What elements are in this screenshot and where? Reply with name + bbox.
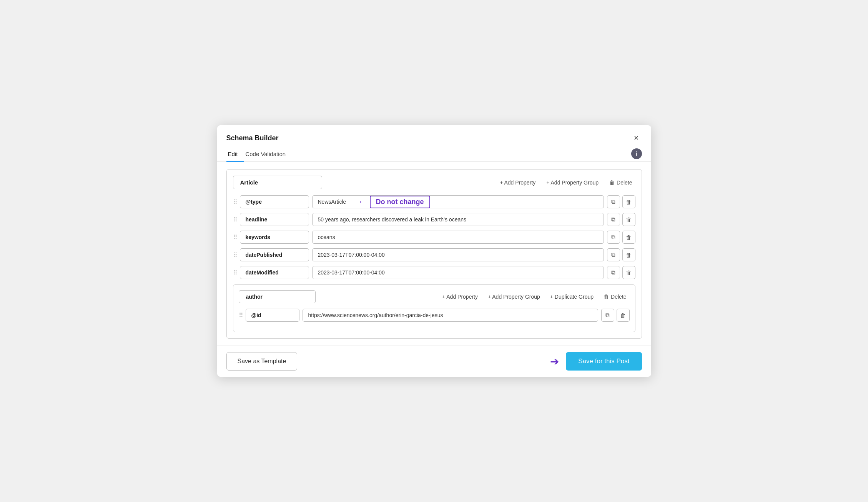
- save-post-wrapper: ➔ Save for this Post: [550, 352, 642, 371]
- drag-handle-datemodified[interactable]: ⠿: [233, 269, 238, 276]
- add-property-group-button[interactable]: + Add Property Group: [543, 178, 602, 187]
- keywords-prop-icons: ⧉ 🗑: [607, 231, 635, 244]
- tab-edit[interactable]: Edit: [226, 147, 244, 162]
- trash-icon-author: 🗑: [604, 294, 609, 300]
- tabs-bar: Edit Code Validation i: [217, 147, 651, 162]
- prop-key-headline[interactable]: [240, 213, 309, 226]
- delete-icon-btn-headline[interactable]: 🗑: [622, 213, 635, 226]
- do-not-change-wrapper: ← Do not change: [312, 195, 604, 208]
- drag-handle-datepublished[interactable]: ⠿: [233, 251, 238, 259]
- headline-prop-icons: ⧉ 🗑: [607, 213, 635, 226]
- trash-icon: 🗑: [609, 180, 615, 186]
- prop-value-keywords[interactable]: [312, 231, 604, 244]
- arrow-right-icon: ➔: [550, 355, 559, 368]
- add-property-button[interactable]: + Add Property: [497, 178, 539, 187]
- modal-header: Schema Builder ×: [217, 125, 651, 144]
- copy-icon-btn-headline[interactable]: ⧉: [607, 213, 620, 226]
- prop-value-headline[interactable]: [312, 213, 604, 226]
- author-group-actions: + Add Property + Add Property Group + Du…: [439, 292, 630, 301]
- copy-icon-btn-datemodified[interactable]: ⧉: [607, 266, 620, 279]
- prop-value-type[interactable]: [312, 195, 604, 208]
- property-row-datepublished: ⠿ ⧉ 🗑: [233, 248, 635, 261]
- save-template-button[interactable]: Save as Template: [226, 352, 298, 371]
- schema-builder-modal: Schema Builder × Edit Code Validation i …: [217, 125, 651, 377]
- tab-code-validation[interactable]: Code Validation: [244, 147, 292, 162]
- article-delete-button[interactable]: 🗑 Delete: [606, 178, 635, 187]
- author-title-input[interactable]: [239, 290, 316, 303]
- drag-handle-keywords[interactable]: ⠿: [233, 234, 238, 241]
- drag-handle-headline[interactable]: ⠿: [233, 216, 238, 223]
- id-prop-icons: ⧉ 🗑: [601, 309, 630, 322]
- save-post-button[interactable]: Save for this Post: [566, 352, 642, 371]
- datepublished-prop-icons: ⧉ 🗑: [607, 248, 635, 261]
- property-row-datemodified: ⠿ ⧉ 🗑: [233, 266, 635, 279]
- author-add-property-button[interactable]: + Add Property: [439, 292, 481, 301]
- author-delete-button[interactable]: 🗑 Delete: [600, 292, 629, 301]
- modal-title: Schema Builder: [226, 134, 279, 142]
- prop-key-datemodified[interactable]: [240, 266, 309, 279]
- prop-key-datepublished[interactable]: [240, 248, 309, 261]
- delete-icon-btn-datepublished[interactable]: 🗑: [622, 248, 635, 261]
- author-add-property-group-button[interactable]: + Add Property Group: [485, 292, 543, 301]
- delete-icon-btn-type[interactable]: 🗑: [622, 195, 635, 208]
- modal-body: + Add Property + Add Property Group 🗑 De…: [217, 162, 651, 339]
- article-card: + Add Property + Add Property Group 🗑 De…: [226, 169, 642, 339]
- delete-icon-btn-datemodified[interactable]: 🗑: [622, 266, 635, 279]
- prop-value-datepublished[interactable]: [312, 248, 604, 261]
- property-row-headline: ⠿ ⧉ 🗑: [233, 213, 635, 226]
- modal-footer: Save as Template ➔ Save for this Post: [217, 346, 651, 377]
- datemodified-prop-icons: ⧉ 🗑: [607, 266, 635, 279]
- copy-icon-btn-datepublished[interactable]: ⧉: [607, 248, 620, 261]
- prop-key-keywords[interactable]: [240, 231, 309, 244]
- author-group-header: + Add Property + Add Property Group + Du…: [239, 290, 630, 303]
- prop-key-id[interactable]: [246, 309, 299, 322]
- copy-icon-btn-type[interactable]: ⧉: [607, 195, 620, 208]
- property-row-id: ⠿ ⧉ 🗑: [239, 309, 630, 322]
- property-row-keywords: ⠿ ⧉ 🗑: [233, 231, 635, 244]
- copy-icon-btn-keywords[interactable]: ⧉: [607, 231, 620, 244]
- article-title-input[interactable]: [233, 176, 322, 189]
- prop-key-type[interactable]: [240, 195, 309, 208]
- copy-icon-btn-id[interactable]: ⧉: [601, 309, 614, 322]
- drag-handle-type[interactable]: ⠿: [233, 198, 238, 206]
- type-prop-icons: ⧉ 🗑: [607, 195, 635, 208]
- close-button[interactable]: ×: [631, 132, 642, 144]
- delete-icon-btn-keywords[interactable]: 🗑: [622, 231, 635, 244]
- delete-icon-btn-id[interactable]: 🗑: [617, 309, 630, 322]
- property-row-type: ⠿ ← Do not change ⧉ 🗑: [233, 195, 635, 208]
- article-card-actions: + Add Property + Add Property Group 🗑 De…: [497, 178, 635, 187]
- author-duplicate-group-button[interactable]: + Duplicate Group: [547, 292, 597, 301]
- author-group: + Add Property + Add Property Group + Du…: [233, 284, 635, 332]
- info-icon-button[interactable]: i: [631, 148, 642, 159]
- prop-value-id[interactable]: [303, 309, 598, 322]
- prop-value-datemodified[interactable]: [312, 266, 604, 279]
- drag-handle-id[interactable]: ⠿: [239, 312, 244, 319]
- article-card-header: + Add Property + Add Property Group 🗑 De…: [233, 176, 635, 189]
